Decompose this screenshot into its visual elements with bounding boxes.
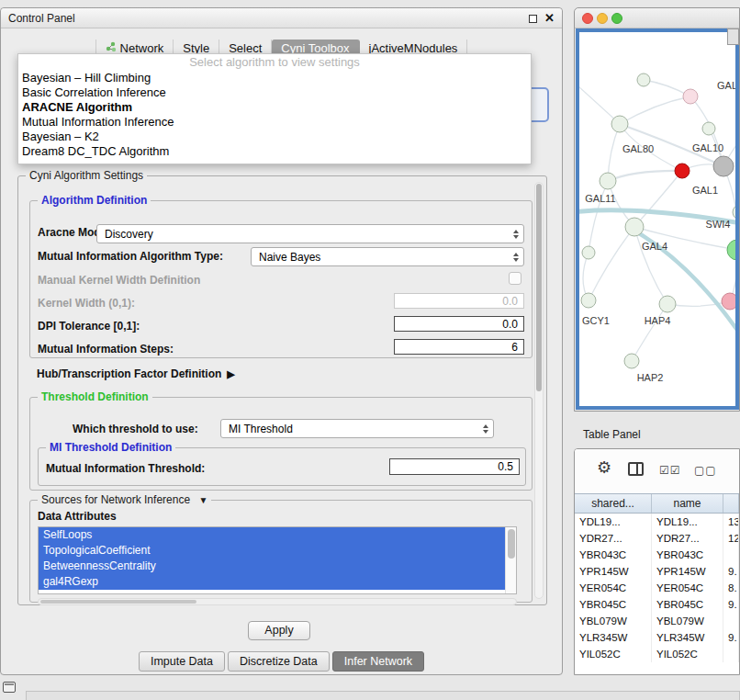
table-cell: YER054C (575, 580, 652, 596)
table-cell: YLR345W (652, 629, 723, 646)
data-attribute-item[interactable]: SelfLoops (39, 527, 505, 543)
scrollbar-thumb[interactable] (508, 529, 515, 559)
network-node[interactable] (581, 293, 596, 308)
table-row[interactable]: YDR27...YDR27...12 (575, 530, 739, 547)
settings-vertical-scrollbar[interactable] (534, 182, 544, 599)
table-row[interactable]: YLR345WYLR345W9. (575, 629, 739, 646)
aracne-mode-select[interactable]: Discovery (96, 224, 524, 243)
settings-group-title: Cyni Algorithm Settings (26, 169, 147, 182)
sources-group: Sources for Network Inference ▼ Data Att… (29, 500, 533, 603)
algorithm-select-menu: Select algorithm to view settings Bayesi… (17, 53, 532, 164)
network-edge[interactable] (634, 227, 667, 304)
network-window: GALGAL80GAL10GAL1GAL11SWI4GAL4GCY1HAP4HA… (574, 7, 740, 412)
list-vertical-scrollbar[interactable] (505, 527, 516, 593)
menu-item-bayesian-k2[interactable]: Bayesian – K2 (18, 130, 531, 144)
table-row[interactable]: YBR043CYBR043C (575, 547, 739, 563)
manual-kernel-checkbox[interactable] (509, 272, 521, 285)
desktop: Control Panel ✕ NetworkStyleSelectCyni T… (0, 0, 740, 700)
network-edge[interactable] (608, 171, 682, 181)
network-node[interactable] (702, 122, 715, 135)
which-threshold-select[interactable]: MI Threshold (220, 419, 494, 438)
network-edge[interactable] (632, 304, 667, 361)
gear-icon[interactable]: ⚙ (597, 457, 611, 478)
network-node[interactable] (675, 164, 690, 178)
bottom-tab-infer-network[interactable]: Infer Network (332, 651, 424, 672)
table-cell: 13 (723, 514, 739, 530)
cyni-settings-group: Cyni Algorithm Settings Algorithm Defini… (17, 175, 547, 605)
menu-item-bayesian-hill-climbing[interactable]: Bayesian – Hill Climbing (18, 71, 531, 85)
close-traffic-light[interactable] (582, 13, 593, 24)
table-cell: YLR345W (575, 629, 652, 646)
network-edge[interactable] (589, 227, 634, 300)
table-row[interactable]: YDL19...YDL19...13 (575, 514, 739, 530)
network-node-label: GAL11 (585, 193, 615, 204)
mi-type-value: Naive Bayes (259, 251, 320, 264)
network-node[interactable] (625, 218, 644, 236)
zoom-traffic-light[interactable] (611, 13, 622, 24)
table-row[interactable]: YBR045CYBR045C9. (575, 596, 739, 613)
menu-item-mutual-information-inference[interactable]: Mutual Information Inference (18, 115, 531, 130)
network-node[interactable] (683, 89, 698, 104)
scrollbar-thumb[interactable] (536, 184, 542, 391)
network-window-titlebar (575, 8, 739, 28)
table-row[interactable]: YPR145WYPR145W9. (575, 563, 739, 580)
deselect-columns-icon[interactable]: ▢▢ (694, 464, 717, 477)
collapsed-panel-icon[interactable] (3, 682, 16, 693)
table-row[interactable]: YER054CYER054C8. (575, 580, 739, 596)
select-columns-icon[interactable]: ☑☑ (659, 464, 681, 477)
hub-definition-toggle[interactable]: Hub/Transcription Factor Definition▶ (37, 367, 235, 380)
mi-threshold-field[interactable]: 0.5 (389, 458, 520, 475)
table-column-header[interactable]: name (652, 494, 723, 513)
minimize-traffic-light[interactable] (597, 13, 608, 24)
network-edge[interactable] (620, 96, 690, 124)
network-canvas[interactable]: GALGAL80GAL10GAL1GAL11SWI4GAL4GCY1HAP4HA… (576, 28, 739, 410)
network-node[interactable] (727, 240, 737, 260)
network-node[interactable] (722, 293, 737, 310)
close-icon[interactable]: ✕ (544, 11, 555, 25)
network-node[interactable] (659, 296, 676, 312)
data-attributes-label: Data Attributes (38, 510, 117, 523)
table-column-header[interactable] (723, 494, 739, 513)
table-cell: YDR27... (575, 530, 652, 547)
network-node-label: HAP2 (637, 372, 664, 383)
table-cell: 9. (723, 563, 739, 580)
network-edge[interactable] (589, 181, 608, 253)
mi-type-select[interactable]: Naive Bayes (251, 247, 524, 266)
bottom-tab-impute-data[interactable]: Impute Data (139, 651, 225, 672)
network-node[interactable] (637, 73, 650, 86)
network-node[interactable] (733, 205, 737, 220)
chevron-updown-icon (483, 424, 488, 434)
kernel-width-field[interactable]: 0.0 (394, 293, 524, 309)
table-column-header[interactable]: shared... (575, 494, 652, 513)
network-node[interactable] (600, 173, 616, 189)
float-window-icon[interactable] (529, 15, 537, 23)
menu-item-aracne-algorithm[interactable]: ARACNE Algorithm (18, 100, 531, 115)
dpi-tolerance-field[interactable]: 0.0 (394, 316, 524, 332)
menu-item-basic-correlation-inference[interactable]: Basic Correlation Inference (18, 85, 531, 100)
bottom-tab-discretize-data[interactable]: Discretize Data (228, 651, 330, 672)
mi-steps-field[interactable]: 6 (394, 339, 524, 355)
data-attribute-item[interactable]: gal4RGexp (39, 574, 505, 590)
network-node[interactable] (713, 156, 734, 176)
list-horizontal-scrollbar[interactable] (38, 598, 517, 605)
columns-icon[interactable] (628, 462, 644, 476)
menu-item-dream8-dc-tdc-algorithm[interactable]: Dream8 DC_TDC Algorithm (18, 144, 531, 159)
network-node[interactable] (582, 246, 595, 259)
table-row[interactable]: YBL079WYBL079W (575, 613, 739, 629)
table-cell (723, 547, 739, 563)
table-cell (723, 646, 739, 662)
apply-button[interactable]: Apply (248, 621, 310, 640)
which-threshold-value: MI Threshold (229, 423, 293, 435)
data-attribute-item[interactable]: BetweennessCentrality (39, 559, 505, 574)
network-edge[interactable] (634, 171, 682, 227)
network-edge[interactable] (608, 124, 620, 181)
chevron-updown-icon (513, 253, 519, 262)
data-attribute-item[interactable]: TopologicalCoefficient (39, 543, 505, 559)
network-node[interactable] (624, 354, 639, 368)
network-node[interactable] (611, 116, 628, 132)
scrollbar-thumb[interactable] (40, 600, 196, 604)
table-toolbar: ⚙ ☑☑ ▢▢ (575, 449, 739, 493)
network-node-label: GAL80 (622, 143, 654, 154)
table-row[interactable]: YIL052CYIL052C (575, 646, 739, 662)
control-panel-titlebar: Control Panel ✕ (1, 8, 562, 28)
